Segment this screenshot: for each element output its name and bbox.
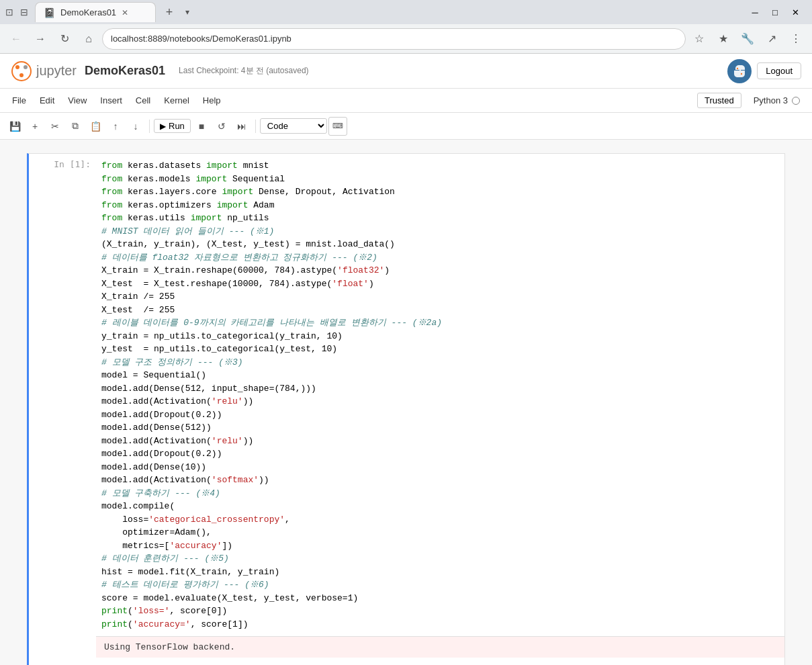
menu-bar: File Edit View Insert Cell Kernel Help T… xyxy=(0,89,812,113)
menu-help[interactable]: Help xyxy=(196,93,228,108)
python-logo-button[interactable] xyxy=(727,59,752,83)
reload-button[interactable]: ↻ xyxy=(54,28,75,50)
restart-run-button[interactable]: ⏭ xyxy=(232,117,251,136)
menu-insert[interactable]: Insert xyxy=(93,93,129,108)
jupyter-logo: jupyter xyxy=(11,60,77,82)
move-down-button[interactable]: ↓ xyxy=(126,117,145,136)
address-bar[interactable]: localhost:8889/notebooks/DemoKeras01.ipy… xyxy=(102,28,686,50)
notebook-content: In [1]: from keras.datasets import mnist… xyxy=(0,140,812,665)
copy-button[interactable]: ⧉ xyxy=(66,117,85,136)
svg-point-0 xyxy=(12,62,31,81)
window-icon: ⊡ xyxy=(5,7,16,17)
header-right: Logout xyxy=(727,59,801,83)
window-icon2: ⊟ xyxy=(20,7,31,17)
move-up-button[interactable]: ↑ xyxy=(106,117,125,136)
title-bar: ⊡ ⊟ 📓 DemoKeras01 ✕ + ▾ ─ □ ✕ xyxy=(0,0,812,24)
tab-title: DemoKeras01 xyxy=(60,7,116,17)
save-button[interactable]: 💾 xyxy=(5,117,24,136)
back-button[interactable]: ← xyxy=(5,28,27,50)
toolbar-separator-2 xyxy=(255,120,256,133)
close-button[interactable]: ✕ xyxy=(786,3,804,21)
kernel-info: Python 3 xyxy=(747,93,807,107)
svg-point-5 xyxy=(741,73,742,74)
toolbar-separator-1 xyxy=(149,120,150,133)
paste-button[interactable]: 📋 xyxy=(86,117,105,136)
svg-point-1 xyxy=(15,65,19,69)
jupyter-app: jupyter DemoKeras01 Last Checkpoint: 4분 … xyxy=(0,54,812,665)
menu-kernel[interactable]: Kernel xyxy=(157,93,196,108)
add-cell-button[interactable]: + xyxy=(26,117,44,136)
more-button[interactable]: ⋮ xyxy=(785,28,807,50)
new-tab-button[interactable]: + xyxy=(160,3,179,21)
code-cell[interactable]: In [1]: from keras.datasets import mnist… xyxy=(27,153,785,665)
kernel-status-indicator xyxy=(792,97,800,105)
output-stdout: Epoch 1/1 60000/60000 [=================… xyxy=(96,658,784,665)
python-icon xyxy=(732,64,747,79)
cut-button[interactable]: ✂ xyxy=(46,117,64,136)
trusted-button[interactable]: Trusted xyxy=(697,93,741,108)
cell-type-select[interactable]: Code xyxy=(260,118,327,134)
svg-point-4 xyxy=(737,67,738,69)
jupyter-logo-text: jupyter xyxy=(36,63,77,79)
maximize-button[interactable]: □ xyxy=(766,3,784,21)
favorites-button[interactable]: ★ xyxy=(713,28,734,50)
logout-button[interactable]: Logout xyxy=(757,62,801,79)
notebook-title[interactable]: DemoKeras01 xyxy=(85,64,165,78)
keyboard-button[interactable]: ⌨ xyxy=(328,117,347,136)
menu-edit[interactable]: Edit xyxy=(33,93,61,108)
navigation-bar: ← → ↻ ⌂ localhost:8889/notebooks/DemoKer… xyxy=(0,24,812,54)
share-button[interactable]: ↗ xyxy=(761,28,782,50)
jupyter-logo-icon xyxy=(11,60,32,82)
menu-file[interactable]: File xyxy=(5,93,33,108)
menu-cell[interactable]: Cell xyxy=(129,93,157,108)
cell-header: In [1]: from keras.datasets import mnist… xyxy=(29,154,784,636)
cell-code[interactable]: from keras.datasets import mnist from ke… xyxy=(96,154,784,636)
extensions-button[interactable]: 🔧 xyxy=(737,28,758,50)
stop-button[interactable]: ■ xyxy=(192,117,211,136)
home-button[interactable]: ⌂ xyxy=(78,28,99,50)
checkpoint-info: Last Checkpoint: 4분 전 (autosaved) xyxy=(179,65,308,77)
browser-tab[interactable]: 📓 DemoKeras01 ✕ xyxy=(35,2,156,22)
run-button[interactable]: ▶ Run xyxy=(154,119,191,133)
toolbar: 💾 + ✂ ⧉ 📋 ↑ ↓ ▶ Run ■ ↺ ⏭ Code ⌨ xyxy=(0,113,812,140)
bookmark-button[interactable]: ☆ xyxy=(688,28,710,50)
output-stderr: Using TensorFlow backend. xyxy=(96,637,784,658)
cell-prompt: In [1]: xyxy=(29,154,96,175)
tab-close-btn[interactable]: ✕ xyxy=(122,8,128,17)
svg-point-3 xyxy=(19,73,24,77)
minimize-button[interactable]: ─ xyxy=(746,3,764,21)
url-text: localhost:8889/notebooks/DemoKeras01.ipy… xyxy=(111,34,291,44)
tab-list-button[interactable]: ▾ xyxy=(185,7,189,17)
forward-button[interactable]: → xyxy=(30,28,51,50)
cell-output: Using TensorFlow backend. Epoch 1/1 6000… xyxy=(96,636,784,665)
menu-view[interactable]: View xyxy=(61,93,93,108)
svg-point-2 xyxy=(24,65,28,69)
jupyter-header: jupyter DemoKeras01 Last Checkpoint: 4분 … xyxy=(0,54,812,89)
restart-button[interactable]: ↺ xyxy=(212,117,231,136)
